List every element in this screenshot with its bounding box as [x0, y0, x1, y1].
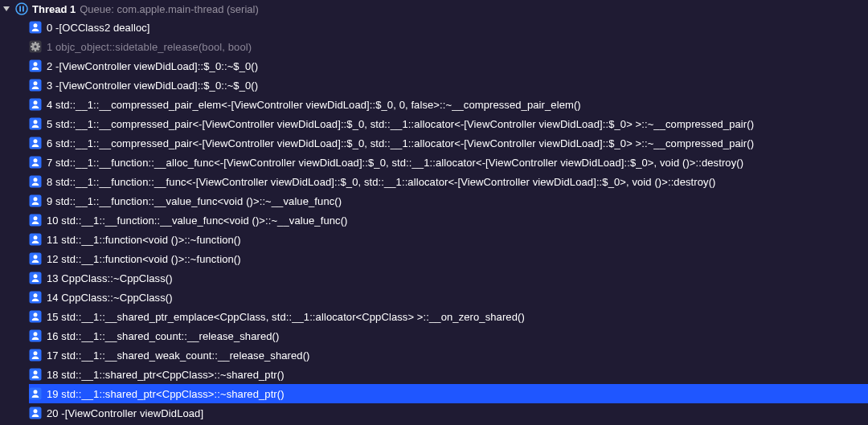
stack-frame-row[interactable]: 8 std::__1::__function::__func<-[ViewCon… — [29, 172, 868, 191]
stack-frame-label: 5 std::__1::__compressed_pair<-[ViewCont… — [47, 118, 754, 130]
user-code-icon — [29, 233, 42, 246]
stack-frame-row[interactable]: 19 std::__1::shared_ptr<CppClass>::~shar… — [29, 384, 868, 403]
user-code-icon — [29, 194, 42, 207]
svg-point-0 — [16, 3, 27, 14]
user-code-icon — [29, 387, 42, 400]
thread-pause-icon — [15, 2, 28, 15]
stack-frame-label: 7 std::__1::__function::__alloc_func<-[V… — [47, 157, 743, 169]
stack-frame-row[interactable]: 1 objc_object::sidetable_release(bool, b… — [29, 37, 868, 56]
stack-frames-list: 0 -[OCClass2 dealloc]1 objc_object::side… — [0, 18, 868, 423]
svg-rect-2 — [23, 6, 24, 12]
user-code-icon — [29, 79, 42, 92]
stack-frame-row[interactable]: 12 std::__1::function<void ()>::~functio… — [29, 249, 868, 268]
user-code-icon — [29, 59, 42, 72]
stack-frame-row[interactable]: 16 std::__1::__shared_count::__release_s… — [29, 326, 868, 345]
stack-frame-label: 10 std::__1::__function::__value_func<vo… — [47, 215, 348, 227]
user-code-icon — [29, 214, 42, 227]
stack-frame-row[interactable]: 0 -[OCClass2 dealloc] — [29, 18, 868, 37]
stack-frame-label: 12 std::__1::function<void ()>::~functio… — [47, 253, 241, 265]
debug-navigator-pane: Thread 1 Queue: com.apple.main-thread (s… — [0, 0, 868, 425]
user-code-icon — [29, 310, 42, 323]
stack-frame-row[interactable]: 11 std::__1::function<void ()>::~functio… — [29, 230, 868, 249]
user-code-icon — [29, 21, 42, 34]
stack-frame-row[interactable]: 5 std::__1::__compressed_pair<-[ViewCont… — [29, 114, 868, 133]
user-code-icon — [29, 117, 42, 130]
stack-frame-label: 19 std::__1::shared_ptr<CppClass>::~shar… — [47, 388, 285, 400]
stack-frame-label: 6 std::__1::__compressed_pair<-[ViewCont… — [47, 137, 754, 149]
user-code-icon — [29, 137, 42, 149]
stack-frame-row[interactable]: 14 CppClass::~CppClass() — [29, 288, 868, 307]
stack-frame-label: 20 -[ViewController viewDidLoad] — [47, 407, 203, 419]
stack-frame-label: 16 std::__1::__shared_count::__release_s… — [47, 330, 279, 342]
stack-frame-row[interactable]: 17 std::__1::__shared_weak_count::__rele… — [29, 345, 868, 365]
user-code-icon — [29, 156, 42, 169]
stack-frame-label: 9 std::__1::__function::__value_func<voi… — [47, 195, 342, 207]
stack-frame-row[interactable]: 15 std::__1::__shared_ptr_emplace<CppCla… — [29, 307, 868, 326]
user-code-icon — [29, 252, 42, 265]
stack-frame-label: 11 std::__1::function<void ()>::~functio… — [47, 234, 241, 246]
stack-frame-row[interactable]: 9 std::__1::__function::__value_func<voi… — [29, 191, 868, 210]
user-code-icon — [29, 175, 42, 188]
stack-frame-label: 4 std::__1::__compressed_pair_elem<-[Vie… — [47, 99, 581, 111]
svg-point-6 — [34, 45, 36, 47]
stack-frame-row[interactable]: 7 std::__1::__function::__alloc_func<-[V… — [29, 153, 868, 172]
thread-queue-label: Queue: com.apple.main-thread (serial) — [80, 3, 259, 15]
stack-frame-label: 0 -[OCClass2 dealloc] — [47, 22, 150, 34]
stack-frame-label: 15 std::__1::__shared_ptr_emplace<CppCla… — [47, 311, 525, 323]
stack-frame-label: 2 -[ViewController viewDidLoad]::$_0::~$… — [47, 60, 258, 72]
user-code-icon — [29, 98, 42, 111]
stack-frame-label: 3 -[ViewController viewDidLoad]::$_0::~$… — [47, 80, 258, 92]
stack-frame-label: 8 std::__1::__function::__func<-[ViewCon… — [47, 176, 716, 188]
stack-frame-label: 18 std::__1::shared_ptr<CppClass>::~shar… — [47, 369, 285, 381]
stack-frame-label: 17 std::__1::__shared_weak_count::__rele… — [47, 349, 310, 362]
stack-frame-row[interactable]: 18 std::__1::shared_ptr<CppClass>::~shar… — [29, 365, 868, 384]
user-code-icon — [29, 368, 42, 381]
stack-frame-row[interactable]: 20 -[ViewController viewDidLoad] — [29, 403, 868, 423]
disclosure-triangle-icon[interactable] — [2, 3, 11, 15]
system-code-icon — [29, 40, 42, 53]
user-code-icon — [29, 272, 42, 284]
stack-frame-label: 13 CppClass::~CppClass() — [47, 272, 173, 284]
stack-frame-row[interactable]: 10 std::__1::__function::__value_func<vo… — [29, 210, 868, 230]
user-code-icon — [29, 291, 42, 304]
thread-title: Thread 1 — [32, 3, 76, 15]
stack-frame-row[interactable]: 2 -[ViewController viewDidLoad]::$_0::~$… — [29, 56, 868, 76]
svg-rect-1 — [19, 6, 21, 12]
user-code-icon — [29, 407, 42, 419]
user-code-icon — [29, 349, 42, 362]
stack-frame-label: 1 objc_object::sidetable_release(bool, b… — [47, 41, 252, 53]
stack-frame-row[interactable]: 13 CppClass::~CppClass() — [29, 268, 868, 288]
stack-frame-row[interactable]: 3 -[ViewController viewDidLoad]::$_0::~$… — [29, 76, 868, 95]
stack-frame-row[interactable]: 6 std::__1::__compressed_pair<-[ViewCont… — [29, 133, 868, 153]
stack-frame-label: 14 CppClass::~CppClass() — [47, 292, 173, 304]
user-code-icon — [29, 329, 42, 342]
thread-row[interactable]: Thread 1 Queue: com.apple.main-thread (s… — [0, 0, 868, 18]
stack-frame-row[interactable]: 4 std::__1::__compressed_pair_elem<-[Vie… — [29, 95, 868, 114]
